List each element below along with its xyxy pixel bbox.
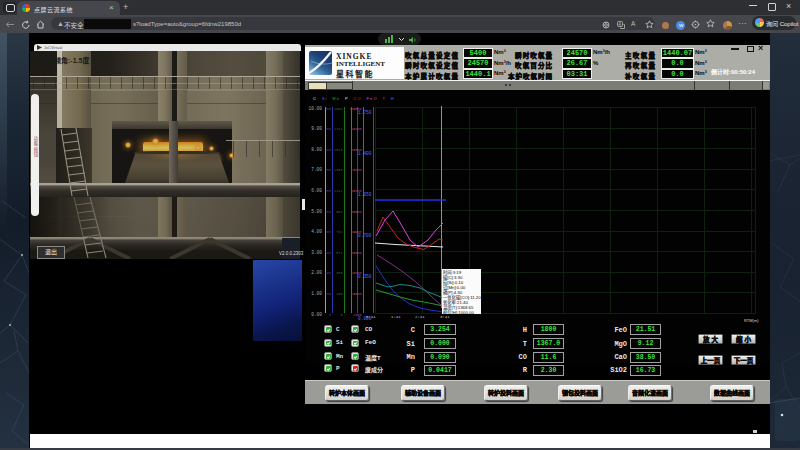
svg-text:A: A — [618, 21, 621, 26]
